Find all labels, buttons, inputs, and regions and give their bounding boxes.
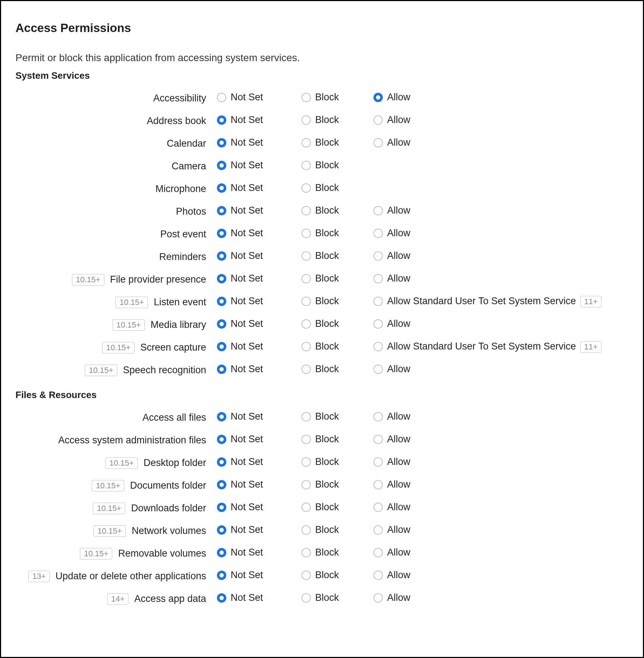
radio-block-network-volumes[interactable] xyxy=(301,525,311,535)
radio-block-address-book[interactable] xyxy=(301,115,311,125)
radio-block-microphone[interactable] xyxy=(301,183,311,193)
page-title: Access Permissions xyxy=(15,21,629,35)
option-allow: Allow Standard User To Set System Servic… xyxy=(373,294,629,307)
radio-block-post-event[interactable] xyxy=(301,229,311,238)
permission-label-cell: 13+Update or delete other applications xyxy=(15,568,217,582)
radio-allow-address-book[interactable] xyxy=(373,115,383,125)
radio-not-set-documents-folder[interactable] xyxy=(217,480,226,489)
option-not-set: Not Set xyxy=(217,545,301,559)
permission-label: Listen event xyxy=(154,296,206,309)
permission-label: File provider presence xyxy=(110,273,206,286)
option-label-not-set: Not Set xyxy=(231,592,263,604)
radio-allow-downloads-folder[interactable] xyxy=(373,503,383,512)
version-badge-trailing: 11+ xyxy=(580,296,602,307)
radio-allow-access-app-data[interactable] xyxy=(373,593,383,603)
option-label-allow: Allow xyxy=(387,227,411,239)
radio-block-accessibility[interactable] xyxy=(301,93,311,102)
radio-not-set-photos[interactable] xyxy=(217,206,226,215)
radio-allow-calendar[interactable] xyxy=(373,138,383,147)
permission-label-cell: Calendar xyxy=(15,135,217,150)
option-label-allow: Allow xyxy=(387,456,411,468)
radio-block-removable-volumes[interactable] xyxy=(301,548,311,557)
radio-not-set-address-book[interactable] xyxy=(217,115,226,125)
option-allow: Allow xyxy=(373,90,629,104)
radio-allow-update-delete-other-apps[interactable] xyxy=(373,571,383,580)
permission-label: Post event xyxy=(160,228,206,241)
radio-allow-speech-recognition[interactable] xyxy=(373,365,383,374)
radio-block-desktop-folder[interactable] xyxy=(301,457,311,467)
radio-not-set-calendar[interactable] xyxy=(217,138,226,147)
radio-allow-reminders[interactable] xyxy=(373,251,383,261)
radio-block-access-system-admin-files[interactable] xyxy=(301,435,311,444)
option-allow: Allow xyxy=(373,362,629,375)
permission-row-camera: CameraNot SetBlock xyxy=(15,156,629,179)
radio-allow-screen-capture[interactable] xyxy=(373,342,383,351)
permission-label-cell: 10.15+Desktop folder xyxy=(15,454,217,469)
permission-label-cell: Address book xyxy=(15,113,217,127)
permission-row-address-book: Address bookNot SetBlockAllow xyxy=(15,111,629,134)
radio-not-set-media-library[interactable] xyxy=(217,319,226,329)
radio-not-set-accessibility[interactable] xyxy=(217,93,226,102)
section-heading-files-resources: Files & Resources xyxy=(15,389,629,401)
radio-allow-removable-volumes[interactable] xyxy=(373,548,383,557)
radio-allow-documents-folder[interactable] xyxy=(373,480,383,489)
option-label-allow: Allow xyxy=(387,524,411,536)
option-block: Block xyxy=(301,477,373,491)
radio-block-calendar[interactable] xyxy=(301,138,311,147)
radio-block-photos[interactable] xyxy=(301,206,311,215)
option-label-block: Block xyxy=(315,318,339,330)
radio-not-set-access-app-data[interactable] xyxy=(217,593,226,603)
option-label-not-set: Not Set xyxy=(231,91,263,104)
radio-allow-network-volumes[interactable] xyxy=(373,525,383,535)
radio-block-file-provider-presence[interactable] xyxy=(301,274,311,283)
option-label-allow: Allow Standard User To Set System Servic… xyxy=(387,295,576,307)
radio-not-set-removable-volumes[interactable] xyxy=(217,548,226,557)
radio-not-set-network-volumes[interactable] xyxy=(217,525,226,535)
radio-block-speech-recognition[interactable] xyxy=(301,365,311,374)
radio-allow-file-provider-presence[interactable] xyxy=(373,274,383,283)
radio-block-access-app-data[interactable] xyxy=(301,593,311,603)
permission-label: Access app data xyxy=(134,593,206,605)
radio-not-set-access-all-files[interactable] xyxy=(217,412,226,421)
radio-allow-desktop-folder[interactable] xyxy=(373,457,383,467)
permission-row-speech-recognition: 10.15+Speech recognitionNot SetBlockAllo… xyxy=(15,360,629,383)
radio-not-set-screen-capture[interactable] xyxy=(217,342,226,351)
radio-allow-access-all-files[interactable] xyxy=(373,412,383,421)
radio-block-update-delete-other-apps[interactable] xyxy=(301,571,311,580)
radio-block-camera[interactable] xyxy=(301,161,311,170)
radio-allow-listen-event[interactable] xyxy=(373,297,383,306)
option-allow: Allow xyxy=(373,545,629,559)
permission-row-file-provider-presence: 10.15+File provider presenceNot SetBlock… xyxy=(15,270,629,292)
permission-row-removable-volumes: 10.15+Removable volumesNot SetBlockAllow xyxy=(15,544,629,566)
radio-block-downloads-folder[interactable] xyxy=(301,503,311,512)
option-block: Block xyxy=(301,113,373,126)
radio-block-screen-capture[interactable] xyxy=(301,342,311,351)
permission-label-cell: 10.15+Media library xyxy=(15,316,217,331)
radio-allow-photos[interactable] xyxy=(373,206,383,215)
permission-label: Camera xyxy=(172,160,206,173)
radio-not-set-access-system-admin-files[interactable] xyxy=(217,435,226,444)
option-label-block: Block xyxy=(315,592,339,604)
radio-allow-media-library[interactable] xyxy=(373,319,383,329)
radio-allow-access-system-admin-files[interactable] xyxy=(373,435,383,444)
radio-block-listen-event[interactable] xyxy=(301,297,311,306)
radio-not-set-microphone[interactable] xyxy=(217,183,226,193)
radio-allow-post-event[interactable] xyxy=(373,229,383,238)
page-description: Permit or block this application from ac… xyxy=(15,52,629,64)
radio-block-documents-folder[interactable] xyxy=(301,480,311,489)
radio-not-set-reminders[interactable] xyxy=(217,251,226,261)
radio-not-set-update-delete-other-apps[interactable] xyxy=(217,571,226,580)
version-badge: 10.15+ xyxy=(105,457,138,469)
option-label-block: Block xyxy=(315,411,339,423)
radio-not-set-desktop-folder[interactable] xyxy=(217,457,226,467)
radio-block-reminders[interactable] xyxy=(301,251,311,261)
radio-not-set-camera[interactable] xyxy=(217,161,226,170)
radio-block-media-library[interactable] xyxy=(301,319,311,329)
radio-not-set-file-provider-presence[interactable] xyxy=(217,274,226,283)
radio-block-access-all-files[interactable] xyxy=(301,412,311,421)
radio-allow-accessibility[interactable] xyxy=(373,93,383,102)
radio-not-set-post-event[interactable] xyxy=(217,229,226,238)
radio-not-set-downloads-folder[interactable] xyxy=(217,503,226,512)
radio-not-set-speech-recognition[interactable] xyxy=(217,365,226,374)
radio-not-set-listen-event[interactable] xyxy=(217,297,226,306)
